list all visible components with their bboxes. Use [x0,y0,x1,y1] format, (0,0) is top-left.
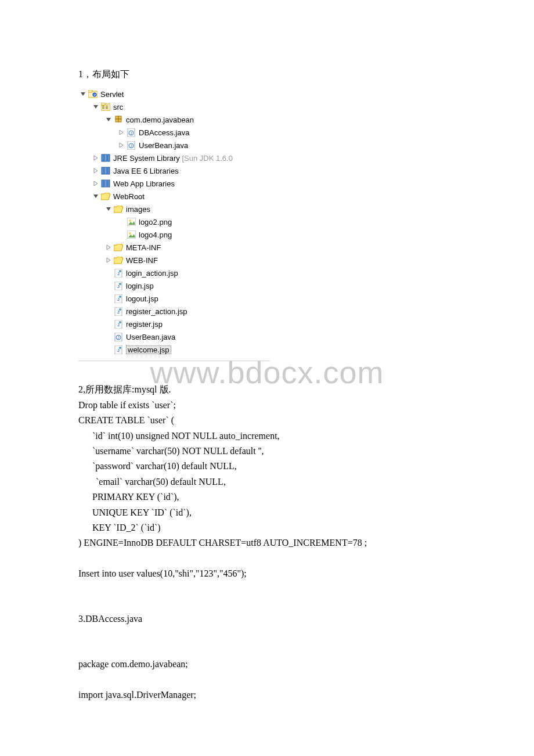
svg-point-33 [129,232,131,235]
sql-line: `username` varchar(50) NOT NULL default … [78,444,456,459]
folder-open-icon [113,204,124,214]
sql-line: `password` varchar(10) default NULL, [78,459,456,474]
folder-open-icon [100,192,111,201]
svg-text:J: J [117,336,120,340]
sql-line: KEY `ID_2` (`id`) [78,520,456,535]
svg-text:J: J [117,323,120,327]
tree-label: WEB-INF [126,257,158,264]
document-body: 2,所用数据库:mysql 版. Drop table if exists `u… [78,367,456,703]
svg-text:J: J [117,285,120,289]
expand-toggle-closed-icon[interactable] [92,167,99,174]
svg-text:J: J [117,310,120,314]
tree-node-src[interactable]: src [80,100,270,113]
tree-node-javaee[interactable]: Java EE 6 Libraries [80,164,270,177]
java-file-icon: J [126,128,136,137]
tree-node-login-action[interactable]: J login_action.jsp [80,267,270,279]
tree-label: DBAccess.java [139,129,189,136]
tree-node-jre[interactable]: JRE System Library [Sun JDK 1.6.0 [80,152,270,164]
svg-rect-11 [116,116,118,119]
expand-toggle-closed-icon[interactable] [105,257,112,264]
library-icon [100,179,111,188]
expand-toggle-open-icon[interactable] [80,91,86,98]
tree-node-login[interactable]: J login.jsp [80,279,270,292]
section1-heading: 1，布局如下 [78,67,456,82]
expand-toggle-open-icon[interactable] [105,206,112,213]
svg-rect-10 [106,108,108,109]
sql-line: `id` int(10) unsigned NOT NULL auto_incr… [78,429,456,444]
jsp-file-icon: J [113,281,124,290]
svg-text:J: J [130,144,132,148]
folder-open-icon [113,243,124,252]
svg-rect-8 [106,106,108,106]
java-file-icon: J [126,141,136,150]
jsp-file-icon: J [113,307,124,316]
tree-label: com.demo.javabean [126,116,194,124]
tree-node-logo2[interactable]: logo2.png [80,215,270,228]
tree-label: Web App Libraries [113,180,175,188]
svg-rect-29 [107,180,110,187]
expand-toggle-open-icon[interactable] [105,116,112,123]
tree-node-register[interactable]: J register.jsp [80,318,270,330]
expand-toggle-closed-icon[interactable] [118,142,125,149]
tree-node-webinf[interactable]: WEB-INF [80,254,270,267]
expand-toggle-closed-icon[interactable] [92,180,99,187]
svg-rect-25 [104,167,107,174]
tree-label: images [126,206,150,213]
tree-node-register-action[interactable]: J register_action.jsp [80,305,270,318]
tree-node-package[interactable]: com.demo.javabean [80,113,270,126]
tree-label: register_action.jsp [126,308,187,315]
expand-toggle-closed-icon[interactable] [105,244,112,251]
tree-label: JRE System Library [Sun JDK 1.6.0 [113,154,233,162]
tree-label: Servlet [100,91,124,98]
svg-rect-26 [107,167,110,174]
tree-node-metainf[interactable]: META-INF [80,241,270,254]
tree-label: UserBean.java [139,142,188,149]
project-icon [88,89,98,99]
sql-line: CREATE TABLE `user` ( [78,413,456,428]
tree-node-logo4[interactable]: logo4.png [80,228,270,241]
expand-toggle-open-icon[interactable] [92,103,99,110]
svg-point-54 [119,347,121,349]
expand-toggle-closed-icon[interactable] [118,129,125,136]
svg-rect-12 [118,116,121,119]
tree-node-userbean-web[interactable]: J UserBean.java [80,330,270,343]
tree-label: WebRoot [113,193,145,200]
folder-open-icon [113,255,124,265]
sql-line: Drop table if exists `user`; [78,398,456,413]
tree-node-webroot[interactable]: WebRoot [80,190,270,203]
svg-point-36 [119,270,121,272]
tree-label-selected: welcome.jsp [126,345,171,354]
expand-toggle-closed-icon[interactable] [92,154,99,161]
svg-point-45 [119,308,121,311]
tree-node-webapp-lib[interactable]: Web App Libraries [80,177,270,190]
svg-rect-24 [102,167,104,174]
tree-label: META-INF [126,244,161,251]
svg-rect-13 [116,119,118,122]
svg-text:J: J [117,297,120,301]
tree-node-servlet[interactable]: Servlet [80,88,270,100]
section3-heading: 3.DBAccess.java [78,611,456,627]
svg-point-42 [119,296,121,298]
tree-node-logout[interactable]: J logout.jsp [80,292,270,305]
svg-rect-27 [102,180,104,187]
sql-line: UNIQUE KEY `ID` (`id`), [78,505,456,520]
svg-rect-4 [101,103,105,105]
svg-rect-14 [118,119,121,122]
svg-rect-22 [104,154,107,161]
tree-node-userbean[interactable]: J UserBean.java [80,139,270,152]
jsp-file-icon: J [113,268,124,278]
expand-toggle-open-icon[interactable] [92,193,99,200]
tree-label: logo2.png [139,218,172,226]
svg-text:J: J [117,348,120,352]
sql-line: PRIMARY KEY (`id`), [78,489,456,505]
svg-point-48 [119,321,121,323]
svg-rect-28 [104,180,107,187]
tree-label: logo4.png [139,231,172,239]
jsp-file-icon: J [113,294,124,303]
project-tree: Servlet src com.demo.javabean [78,85,270,361]
java-line: import java.sql.DriverManager; [78,687,456,703]
tree-node-dbaccess[interactable]: J DBAccess.java [80,126,270,139]
tree-label: login.jsp [126,282,154,290]
tree-node-welcome[interactable]: J welcome.jsp [80,343,270,356]
tree-node-images[interactable]: images [80,203,270,215]
